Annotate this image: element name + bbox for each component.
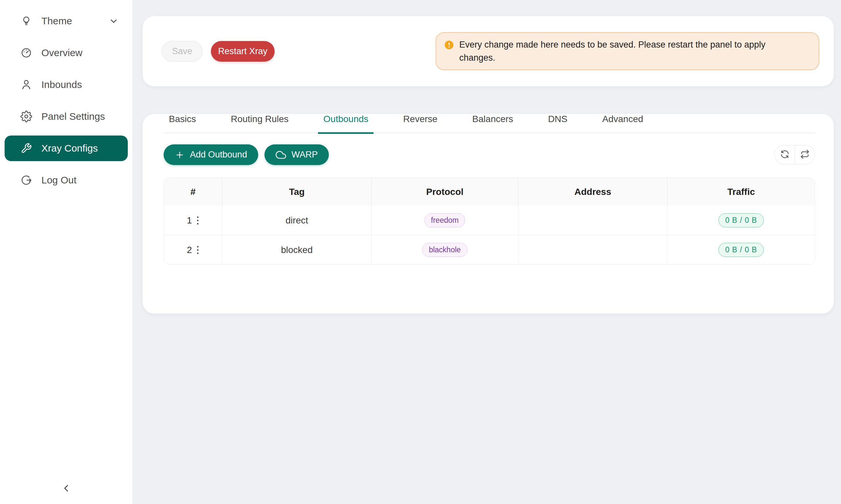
sidebar-item-log-out[interactable]: Log Out xyxy=(5,167,128,193)
row-menu-icon[interactable] xyxy=(196,245,199,255)
main-content: Save Restart Xray Every change made here… xyxy=(132,0,841,504)
traffic-badge: 0 B / 0 B xyxy=(719,213,763,228)
outbounds-table: # Tag Protocol Address Traffic 1 xyxy=(164,178,815,265)
bulb-icon xyxy=(20,15,32,27)
warning-banner: Every change made here needs to be saved… xyxy=(435,32,819,70)
sidebar: Theme Overview Inbounds xyxy=(0,0,132,504)
column-header-tag: Tag xyxy=(222,178,372,206)
traffic-badge: 0 B / 0 B xyxy=(719,243,763,257)
sidebar-item-inbounds[interactable]: Inbounds xyxy=(5,72,128,97)
row-index: 2 xyxy=(187,245,192,255)
refresh-icon xyxy=(780,149,790,160)
refresh-button[interactable] xyxy=(775,145,795,164)
column-header-address: Address xyxy=(518,178,668,206)
sidebar-collapse-button[interactable] xyxy=(58,481,74,497)
sidebar-item-theme[interactable]: Theme xyxy=(5,8,128,34)
sidebar-item-xray-configs[interactable]: Xray Configs xyxy=(5,136,128,161)
chevron-left-icon xyxy=(61,483,72,495)
sidebar-item-overview[interactable]: Overview xyxy=(5,40,128,66)
tab-balancers[interactable]: Balancers xyxy=(467,114,519,134)
sidebar-item-label: Theme xyxy=(41,15,72,26)
address-cell xyxy=(518,235,668,265)
outbounds-toolbar: Add Outbound WARP xyxy=(164,144,815,165)
column-header-protocol: Protocol xyxy=(372,178,518,206)
row-index: 1 xyxy=(187,215,192,226)
sidebar-item-label: Overview xyxy=(41,47,83,58)
sidebar-item-panel-settings[interactable]: Panel Settings xyxy=(5,104,128,129)
logout-icon xyxy=(20,174,32,186)
sidebar-item-label: Xray Configs xyxy=(41,143,98,154)
add-outbound-button[interactable]: Add Outbound xyxy=(164,144,258,165)
tab-reverse[interactable]: Reverse xyxy=(398,114,443,134)
config-tabs: Basics Routing Rules Outbounds Reverse B… xyxy=(164,114,815,133)
sidebar-item-label: Log Out xyxy=(41,175,76,186)
warning-text: Every change made here needs to be saved… xyxy=(459,38,791,64)
user-icon xyxy=(20,79,32,91)
table-actions-group xyxy=(774,145,815,164)
actions-card: Save Restart Xray Every change made here… xyxy=(142,16,834,86)
warp-button[interactable]: WARP xyxy=(264,144,329,165)
column-header-index: # xyxy=(164,178,222,206)
repeat-icon xyxy=(800,149,810,160)
table-body: 1 direct freedom xyxy=(164,206,815,265)
chevron-down-icon xyxy=(109,16,119,26)
row-menu-icon[interactable] xyxy=(196,216,199,226)
tag-cell: direct xyxy=(222,206,372,235)
tab-basics[interactable]: Basics xyxy=(164,114,201,134)
dashboard-icon xyxy=(20,47,32,59)
warning-icon xyxy=(444,40,454,50)
xray-config-card: Basics Routing Rules Outbounds Reverse B… xyxy=(142,114,834,314)
save-button[interactable]: Save xyxy=(161,41,203,62)
tab-advanced[interactable]: Advanced xyxy=(597,114,649,134)
address-cell xyxy=(518,206,668,235)
protocol-badge: blackhole xyxy=(422,243,467,257)
tab-outbounds[interactable]: Outbounds xyxy=(318,114,374,134)
protocol-badge: freedom xyxy=(425,213,465,228)
tab-dns[interactable]: DNS xyxy=(543,114,572,134)
reset-traffic-button[interactable] xyxy=(795,145,815,164)
wrench-icon xyxy=(20,142,32,154)
sidebar-item-label: Inbounds xyxy=(41,79,82,90)
gear-icon xyxy=(20,111,32,122)
restart-xray-button[interactable]: Restart Xray xyxy=(211,41,275,62)
tag-cell: blocked xyxy=(222,235,372,265)
column-header-traffic: Traffic xyxy=(668,178,815,206)
table-header: # Tag Protocol Address Traffic xyxy=(164,178,815,206)
plus-icon xyxy=(175,150,185,160)
table-row: 2 blocked blackhole xyxy=(164,235,815,265)
tab-routing-rules[interactable]: Routing Rules xyxy=(225,114,294,134)
cloud-icon xyxy=(276,150,286,160)
table-row: 1 direct freedom xyxy=(164,206,815,235)
sidebar-item-label: Panel Settings xyxy=(41,111,105,122)
